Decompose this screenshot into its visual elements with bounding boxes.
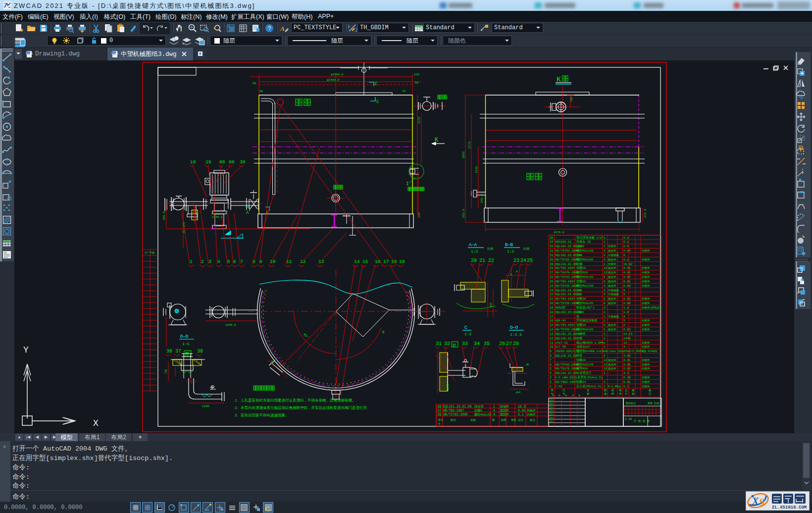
svg-text:26: 26: [499, 341, 505, 347]
svg-text:8: 8: [604, 275, 606, 279]
svg-text:计: 计: [625, 392, 628, 396]
svg-text:紧固件: 紧固件: [608, 363, 616, 366]
svg-text:0.01: 0.01: [623, 380, 631, 384]
svg-text:1: 1: [550, 385, 552, 388]
svg-text:13: 13: [550, 332, 554, 336]
svg-text:3相 AC400V: 3相 AC400V: [642, 350, 658, 353]
svg-text:6: 6: [604, 328, 606, 331]
svg-text:2865: 2865: [462, 151, 465, 158]
svg-text:数: 数: [492, 418, 495, 422]
svg-text:4: 4: [623, 345, 625, 349]
svg-text:1: 1: [604, 315, 606, 318]
svg-text:DQL101.23.01.08: DQL101.23.01.08: [443, 405, 472, 409]
svg-text:号: 号: [438, 422, 441, 426]
svg-text:34: 34: [550, 240, 554, 244]
svg-text:连接头G2": 连接头G2": [576, 345, 591, 349]
svg-text:21: 21: [550, 297, 554, 301]
svg-text:1: 1: [604, 380, 606, 384]
svg-text:重量 比例: 重量 比例: [648, 402, 659, 405]
svg-text:8: 8: [516, 270, 518, 273]
svg-text:37: 37: [437, 409, 441, 412]
svg-text:外购件: 外购件: [642, 302, 650, 305]
svg-text:2: 2: [604, 254, 606, 257]
svg-text:00: 00: [219, 159, 225, 165]
svg-text:A—A: A—A: [469, 243, 477, 248]
svg-text:4: 4: [604, 258, 606, 261]
svg-text:螺栓M16x65: 螺栓M16x65: [576, 257, 593, 261]
svg-text:0.08: 0.08: [623, 302, 631, 305]
svg-text:外购件: 外购件: [642, 266, 650, 270]
svg-text:31: 31: [550, 254, 554, 257]
svg-text:32: 32: [444, 341, 450, 347]
svg-text:设计: 设计: [550, 409, 555, 412]
svg-text:联轴: 联轴: [576, 262, 582, 266]
svg-text:紧固件: 紧固件: [608, 297, 616, 301]
svg-text:ZL.XS1616.COM: ZL.XS1616.COM: [772, 505, 807, 510]
svg-text:年: 年: [558, 394, 561, 397]
svg-text:材料: 材料: [501, 418, 507, 422]
svg-text:19: 19: [550, 306, 554, 309]
svg-text:2: 2: [604, 289, 606, 292]
svg-text:垫D: 垫D: [576, 254, 581, 257]
svg-text:1:2.5: 1:2.5: [510, 332, 522, 337]
svg-text:紧固件: 紧固件: [608, 323, 616, 327]
svg-text:焊接件: 焊接件: [500, 405, 509, 409]
svg-text:33: 33: [550, 245, 554, 248]
svg-text:1410: 1410: [475, 166, 478, 173]
svg-text:设计: 设计: [550, 402, 555, 405]
svg-text:16: 16: [375, 259, 381, 264]
svg-text:焊接件: 焊接件: [608, 262, 616, 266]
svg-text:3、安装后管路不得有渗漏现象。: 3、安装后管路不得有渗漏现象。: [235, 413, 289, 417]
svg-text:17: 17: [550, 315, 554, 318]
svg-text:12: 12: [623, 341, 627, 345]
svg-text:17: 17: [383, 259, 389, 264]
svg-text:DQL118.22.03: DQL118.22.03: [555, 337, 577, 340]
svg-text:年: 年: [552, 394, 555, 397]
svg-text:36: 36: [437, 412, 441, 416]
svg-text:共 张 第 张: 共 张 第 张: [633, 419, 650, 423]
svg-text:外购件: 外购件: [642, 319, 650, 322]
svg-text:外购件: 外购件: [642, 385, 650, 388]
svg-text:注: 注: [649, 392, 652, 396]
svg-text:9: 9: [550, 350, 552, 353]
svg-text:O—O: O—O: [510, 325, 518, 330]
svg-text:螺母M16: 螺母M16: [576, 366, 588, 370]
svg-text:15: 15: [362, 259, 368, 264]
svg-text:0.01: 0.01: [623, 280, 631, 283]
svg-text:1: 1: [190, 259, 193, 264]
svg-text:GLT-50: GLT-50: [555, 345, 566, 349]
svg-text:GB/T6170-2000: GB/T6170-2000: [555, 367, 579, 370]
svg-text:37: 37: [175, 349, 181, 354]
svg-text:35: 35: [550, 236, 554, 240]
svg-text:0: 0: [623, 293, 625, 296]
svg-text:GB/TB3-1987: GB/TB3-1987: [443, 409, 464, 412]
svg-text:2: 2: [604, 354, 606, 358]
svg-text:1: 1: [604, 371, 606, 375]
svg-text:0.5: 0.5: [623, 245, 629, 248]
svg-text:3: 3: [510, 273, 512, 276]
svg-text:6: 6: [604, 293, 606, 296]
svg-text:图号: 图号: [451, 418, 457, 422]
svg-text:紧固件: 紧固件: [608, 328, 616, 331]
svg-text:0.1: 0.1: [518, 413, 524, 416]
svg-text:重: 重: [632, 389, 635, 392]
svg-text:外购件: 外购件: [642, 376, 650, 379]
svg-text:0.04: 0.04: [623, 284, 631, 288]
svg-text:8: 8: [604, 297, 606, 301]
svg-text:称: 称: [587, 392, 590, 396]
svg-text:36: 36: [166, 349, 172, 354]
svg-text:材: 材: [611, 389, 614, 392]
svg-text:0.01: 0.01: [518, 409, 526, 412]
svg-text:外购件: 外购件: [527, 409, 536, 412]
svg-text:φ: φ: [382, 330, 385, 334]
svg-text:外购件: 外购件: [642, 380, 650, 384]
svg-text:不锈钢板: 不锈钢板: [608, 289, 619, 292]
svg-text:S: S: [759, 497, 764, 508]
svg-text:7: 7: [240, 259, 243, 264]
svg-text:总: 总: [624, 389, 628, 392]
svg-text:29: 29: [205, 159, 211, 165]
svg-text:1: 1: [604, 385, 606, 388]
svg-text:21: 21: [479, 258, 485, 263]
svg-text:400.0: 400.0: [162, 211, 166, 220]
svg-text:I: I: [406, 181, 409, 187]
